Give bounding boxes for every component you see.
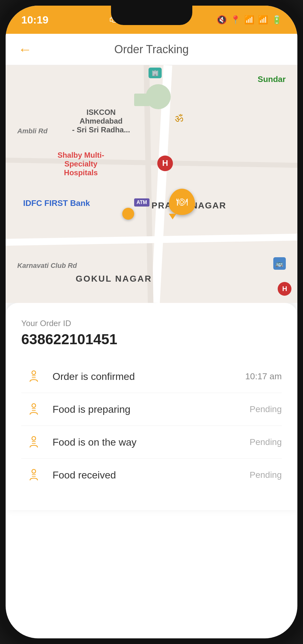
tracking-step-4: Food received Pending [21,459,282,491]
step-title-1: Order is confirmed [53,371,135,382]
svg-point-0 [32,371,36,375]
mute-icon: 🔇 [217,15,227,25]
map-label-idfc: IDFC FIRST Bank [23,198,90,208]
map-hospital-pin-br: H [278,282,291,296]
step-icon-col-4 [21,467,46,483]
notch [111,6,192,25]
step-icon-col-2 [21,401,46,417]
status-time: 10:19 [21,14,48,26]
wifi-icon: 📶 [244,15,254,25]
map-label-shalby: Shalby Multi-SpecialtyHospitals [47,151,115,177]
tracking-step-2: Food is preparing Pending [21,393,282,426]
step-status-2: Pending [250,404,282,414]
tracking-steps: Order is confirmed 10:17 am [21,360,282,491]
step-content-1: Order is confirmed [46,371,245,382]
location-icon: 📍 [230,15,240,25]
step-icon-3 [26,434,42,450]
map-label-gokulnagar: GOKUL NAGAR [76,274,152,284]
svg-point-9 [32,469,36,473]
map-label-sundar: Sundar [258,74,286,84]
map-background: ISKCON Ahmedabad- Sri Sri Radha... ॐ Amb… [6,65,297,303]
map-container[interactable]: ISKCON Ahmedabad- Sri Sri Radha... ॐ Amb… [6,65,297,303]
map-restaurant-pin: 🍽 [169,189,195,219]
status-icons-right: 🔇 📍 📶 📶 🔋 [217,15,282,25]
step-time-1: 10:17 am [245,371,282,381]
map-label-ambli: Ambli Rd [17,127,48,135]
map-pin-hospital: H [157,156,173,171]
phone-frame: 10:19 🛍 🔔 🕐 🔋 🔇 📍 📶 📶 🔋 ← Order Tracking [0,0,303,644]
step-content-3: Food is on the way [46,437,250,448]
tracking-step-1: Order is confirmed 10:17 am [21,360,282,393]
page-title: Order Tracking [114,43,189,56]
map-green-area-2 [134,94,150,106]
step-icon-col-1 [21,368,46,385]
step-icon-col-3 [21,434,46,450]
map-atm-pin: ATM [134,198,149,207]
back-button[interactable]: ← [18,42,32,57]
bottom-card: Your Order ID 638622101451 [6,303,297,510]
step-status-3: Pending [250,437,282,447]
signal-icon: 📶 [258,15,268,25]
step-title-2: Food is preparing [53,404,130,415]
step-content-4: Food received [46,469,250,481]
step-icon-1 [26,368,42,385]
back-arrow-icon: ← [18,42,32,57]
battery-icon: 🔋 [272,15,282,25]
svg-point-6 [32,437,36,440]
step-title-4: Food received [53,469,116,481]
tracking-step-3: Food is on the way Pending [21,426,282,459]
map-label-karnavati: Karnavati Club Rd [17,262,77,270]
step-content-2: Food is preparing [46,404,250,415]
step-icon-2 [26,401,42,417]
svg-point-3 [32,404,36,407]
step-icon-4 [26,467,42,483]
map-label-iskcon: ISKCON Ahmedabad- Sri Sri Radha... [70,108,132,134]
map-orange-dot [122,208,134,220]
map-teal-pin: 🏢 [149,68,162,78]
order-id: 638622101451 [21,331,282,348]
map-om-icon: ॐ [175,113,183,124]
step-status-4: Pending [250,470,282,480]
map-transit-pin: 🚌 [273,257,286,270]
app-header: ← Order Tracking [6,34,297,65]
order-label: Your Order ID [21,319,282,328]
phone-inner: 10:19 🛍 🔔 🕐 🔋 🔇 📍 📶 📶 🔋 ← Order Tracking [6,6,297,638]
step-title-3: Food is on the way [53,437,137,448]
